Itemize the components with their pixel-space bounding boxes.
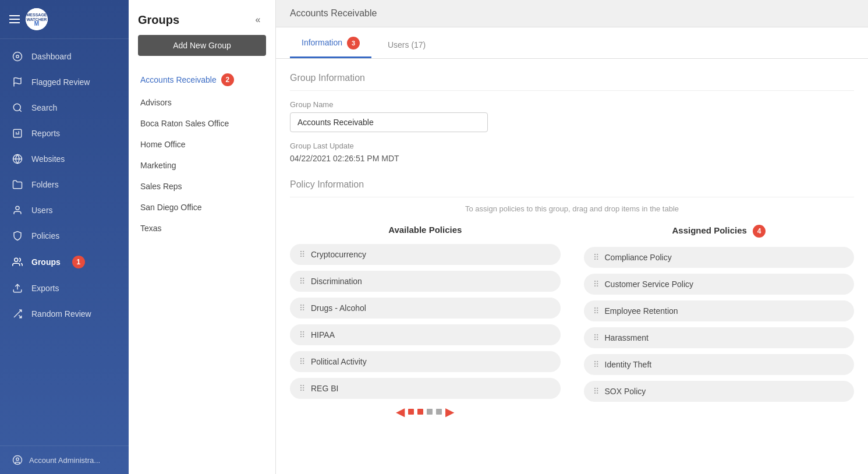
globe-icon <box>12 153 23 165</box>
drag-handle-icon: ⠿ <box>593 360 599 369</box>
policy-item-compliance[interactable]: ⠿ Compliance Policy <box>584 247 855 268</box>
group-item-san-diego[interactable]: San Diego Office <box>129 197 275 218</box>
sidebar-item-dashboard[interactable]: Dashboard <box>0 44 129 69</box>
policy-label: HIPAA <box>311 330 335 339</box>
policy-label: Harassment <box>605 333 649 342</box>
policy-label: REG BI <box>311 384 338 393</box>
sidebar-item-groups[interactable]: Groups 1 <box>0 249 129 275</box>
logo-svg: MESSAGE WATCHER M <box>26 8 48 30</box>
policy-item-reg-bi[interactable]: ⠿ REG BI <box>290 378 561 399</box>
random-icon <box>12 308 23 320</box>
policy-item-identity-theft[interactable]: ⠿ Identity Theft <box>584 354 855 375</box>
tab-users[interactable]: Users (17) <box>376 31 437 58</box>
sidebar-item-random-review[interactable]: Random Review <box>0 301 129 327</box>
available-policies-title: Available Policies <box>290 225 561 235</box>
drag-handle-icon: ⠿ <box>593 333 599 342</box>
group-label: Marketing <box>140 161 176 170</box>
policy-item-hipaa[interactable]: ⠿ HIPAA <box>290 324 561 345</box>
svg-point-16 <box>15 258 18 261</box>
sidebar-item-reports[interactable]: Reports <box>0 121 129 146</box>
group-label: San Diego Office <box>140 203 202 212</box>
sidebar-item-users[interactable]: Users <box>0 197 129 223</box>
svg-point-4 <box>13 52 22 61</box>
group-item-accounts-receivable[interactable]: Accounts Receivable 2 <box>129 68 275 92</box>
svg-point-21 <box>16 458 19 461</box>
main-header-title: Accounts Receivable <box>290 8 377 18</box>
sidebar-nav: Dashboard Flagged Review Search Reports <box>0 39 129 445</box>
policy-label: Identity Theft <box>605 360 652 369</box>
account-icon <box>12 454 23 466</box>
drag-handle-icon: ⠿ <box>299 384 305 393</box>
sidebar-item-flagged-review[interactable]: Flagged Review <box>0 69 129 95</box>
group-info-title: Group Information <box>290 73 854 91</box>
scroll-navigation: ◀ ▶ <box>290 405 561 419</box>
assigned-policies-title: Assigned Policies 4 <box>584 225 855 238</box>
scroll-dot-3[interactable] <box>427 409 433 415</box>
assigned-policies-col: Assigned Policies 4 ⠿ Compliance Policy … <box>584 225 855 419</box>
group-item-texas[interactable]: Texas <box>129 218 275 239</box>
app-logo: MESSAGE WATCHER M <box>26 8 48 30</box>
policies-icon <box>12 230 23 242</box>
group-item-sales-reps[interactable]: Sales Reps <box>129 176 275 197</box>
tab-users-label: Users (17) <box>388 40 426 49</box>
sidebar-label-groups: Groups <box>31 257 61 267</box>
policy-label: Compliance Policy <box>605 253 672 262</box>
policy-item-employee-retention[interactable]: ⠿ Employee Retention <box>584 300 855 321</box>
main-header: Accounts Receivable <box>276 0 868 27</box>
groups-icon <box>12 256 23 268</box>
svg-text:M: M <box>34 20 39 27</box>
group-info-section: Group Information Group Name Group Last … <box>290 73 854 163</box>
policy-label: Customer Service Policy <box>605 280 694 289</box>
scroll-right-arrow[interactable]: ▶ <box>445 405 454 419</box>
scroll-dot-2[interactable] <box>417 409 423 415</box>
group-label: Home Office <box>140 140 186 149</box>
exports-icon <box>12 282 23 294</box>
sidebar-item-search[interactable]: Search <box>0 95 129 121</box>
tab-information[interactable]: Information 3 <box>290 27 371 58</box>
policy-item-customer-service[interactable]: ⠿ Customer Service Policy <box>584 274 855 295</box>
svg-point-5 <box>16 55 19 58</box>
tabs-bar: Information 3 Users (17) <box>276 27 868 59</box>
svg-point-15 <box>16 206 19 210</box>
folder-icon <box>12 179 23 190</box>
group-label: Sales Reps <box>140 182 182 191</box>
groups-panel: Groups « Add New Group Accounts Receivab… <box>129 0 276 474</box>
group-badge: 2 <box>221 73 234 86</box>
policy-item-drugs-alcohol[interactable]: ⠿ Drugs - Alcohol <box>290 298 561 319</box>
last-update-value: 04/22/2021 02:26:51 PM MDT <box>290 154 854 163</box>
scroll-dot-4[interactable] <box>436 409 442 415</box>
group-item-marketing[interactable]: Marketing <box>129 155 275 176</box>
group-label: Accounts Receivable <box>140 75 217 84</box>
add-new-group-button[interactable]: Add New Group <box>138 35 266 56</box>
collapse-button[interactable]: « <box>250 12 266 28</box>
policy-label: Discrimination <box>311 277 362 286</box>
policy-item-sox[interactable]: ⠿ SOX Policy <box>584 381 855 402</box>
drag-handle-icon: ⠿ <box>299 250 305 259</box>
sidebar-footer[interactable]: Account Administra... <box>0 445 129 474</box>
group-item-home-office[interactable]: Home Office <box>129 134 275 155</box>
group-item-boca-raton[interactable]: Boca Raton Sales Office <box>129 113 275 134</box>
sidebar-item-folders[interactable]: Folders <box>0 172 129 197</box>
policy-item-political[interactable]: ⠿ Political Activity <box>290 351 561 372</box>
sidebar-item-exports[interactable]: Exports <box>0 275 129 301</box>
group-label: Texas <box>140 224 162 233</box>
group-name-input[interactable] <box>290 112 488 132</box>
drag-handle-icon: ⠿ <box>593 253 599 262</box>
scroll-left-arrow[interactable]: ◀ <box>396 405 405 419</box>
sidebar-item-websites[interactable]: Websites <box>0 146 129 172</box>
drag-handle-icon: ⠿ <box>593 280 599 289</box>
scroll-dot-1[interactable] <box>408 409 414 415</box>
policy-label: Employee Retention <box>605 306 678 316</box>
group-label: Advisors <box>140 98 172 107</box>
policy-item-harassment[interactable]: ⠿ Harassment <box>584 327 855 348</box>
policy-item-cryptocurrency[interactable]: ⠿ Cryptocurrency <box>290 244 561 265</box>
drag-handle-icon: ⠿ <box>299 303 305 313</box>
svg-line-8 <box>19 109 21 111</box>
policy-columns: Available Policies ⠿ Cryptocurrency ⠿ Di… <box>290 225 854 419</box>
policy-item-discrimination[interactable]: ⠿ Discrimination <box>290 271 561 292</box>
sidebar-item-policies[interactable]: Policies <box>0 223 129 249</box>
drag-handle-icon: ⠿ <box>299 357 305 366</box>
drag-handle-icon: ⠿ <box>593 306 599 316</box>
hamburger-menu[interactable] <box>9 15 20 23</box>
group-item-advisors[interactable]: Advisors <box>129 92 275 113</box>
